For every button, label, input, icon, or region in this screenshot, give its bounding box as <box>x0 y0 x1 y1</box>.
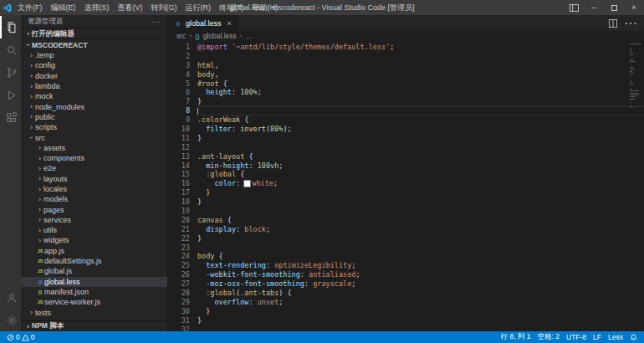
tree-item-mock[interactable]: ›mock <box>21 91 167 101</box>
tree-item-lambda[interactable]: ›lambda <box>21 81 167 91</box>
menu-item-4[interactable]: 转到(G) <box>147 3 181 13</box>
account-icon[interactable] <box>0 286 21 309</box>
breadcrumb-file[interactable]: global.less <box>203 32 237 40</box>
code-line-9[interactable]: .colorWeak { <box>197 115 644 125</box>
code-line-6[interactable]: height: 100%; <box>197 88 644 97</box>
language-mode[interactable]: Less <box>605 333 626 341</box>
menu-item-0[interactable]: 文件(F) <box>13 3 47 13</box>
explorer-icon[interactable] <box>0 16 21 38</box>
menu-item-5[interactable]: 运行(R) <box>181 3 216 13</box>
tree-item-models[interactable]: ›models <box>21 194 167 204</box>
maximize-button[interactable] <box>604 0 624 15</box>
code-line-8[interactable] <box>197 106 644 115</box>
code-line-1[interactable]: @import '~antd/lib/style/themes/default.… <box>197 43 644 52</box>
code-line-5[interactable]: #root { <box>197 79 644 89</box>
code-line-28[interactable]: :global(.ant-tabs) { <box>197 289 644 298</box>
project-root-section[interactable]: › MSCODEREACT <box>21 39 167 50</box>
code-line-18[interactable]: } <box>197 197 644 207</box>
code-line-24[interactable]: body { <box>197 252 644 261</box>
minimap[interactable] <box>630 44 641 108</box>
tree-item-locales[interactable]: ›locales <box>21 184 167 194</box>
close-button[interactable]: × <box>624 0 644 15</box>
code-line-27[interactable]: -moz-osx-font-smoothing: grayscale; <box>197 279 644 289</box>
code-line-21[interactable]: display: block; <box>197 225 644 234</box>
tree-item-widgets[interactable]: ›widgets <box>21 235 167 245</box>
tree-item-app.js[interactable]: JSapp.js <box>21 246 167 256</box>
indentation[interactable]: 空格: 2 <box>534 332 563 342</box>
code-line-2[interactable] <box>197 52 644 61</box>
code-lines[interactable]: @import '~antd/lib/style/themes/default.… <box>190 43 644 331</box>
code-line-14[interactable]: min-height: 100vh; <box>197 161 644 171</box>
code-line-11[interactable]: } <box>197 134 644 143</box>
tree-item-node_modules[interactable]: ›node_modules <box>21 101 167 111</box>
tree-item-label: app.js <box>44 247 64 255</box>
npm-scripts-section[interactable]: › NPM 脚本 <box>21 321 167 331</box>
menu-item-2[interactable]: 选择(S) <box>80 3 114 13</box>
code-line-19[interactable] <box>197 207 644 216</box>
search-icon[interactable] <box>0 38 21 61</box>
tree-item-tests[interactable]: ›tests <box>21 307 167 317</box>
tree-item-.temp[interactable]: ›.temp <box>21 50 167 60</box>
tree-item-src[interactable]: ›src <box>21 132 167 142</box>
tree-item-services[interactable]: ›services <box>21 215 167 225</box>
code-line-32[interactable] <box>197 325 644 331</box>
explorer-actions-icon[interactable]: ··· <box>151 18 161 26</box>
code-line-17[interactable]: } <box>197 188 644 197</box>
extensions-icon[interactable] <box>0 106 21 129</box>
run-debug-icon[interactable] <box>0 84 21 106</box>
tree-item-docker[interactable]: ›docker <box>21 71 167 81</box>
layout-toggle-icon[interactable] <box>564 0 584 15</box>
code-line-23[interactable] <box>197 243 644 253</box>
tree-item-e2e[interactable]: ›e2e <box>21 163 167 173</box>
code-line-22[interactable]: } <box>197 234 644 243</box>
code-line-30[interactable]: } <box>197 307 644 316</box>
code-line-26[interactable]: -webkit-font-smoothing: antialiased; <box>197 270 644 279</box>
tree-item-layouts[interactable]: ›layouts <box>21 174 167 184</box>
cursor-position[interactable]: 行 8, 列 1 <box>498 332 534 342</box>
tree-item-utils[interactable]: ›utils <box>21 225 167 235</box>
menu-item-1[interactable]: 编辑(E) <box>47 3 80 13</box>
tree-item-global.less[interactable]: {}global.less <box>21 277 167 287</box>
breadcrumb-more[interactable]: … <box>246 32 253 40</box>
source-control-icon[interactable] <box>0 61 21 84</box>
gutter: 1234567891011121314151617181920212223242… <box>168 43 190 331</box>
tree-item-label: scripts <box>35 123 57 131</box>
more-actions-icon[interactable]: ··· <box>624 16 637 31</box>
settings-gear-icon[interactable] <box>0 309 21 331</box>
tree-item-service-worker.js[interactable]: JSservice-worker.js <box>21 297 167 307</box>
encoding[interactable]: UTF-8 <box>563 333 590 341</box>
tab-global-less[interactable]: {} global.less × <box>168 15 238 31</box>
open-editors-section[interactable]: › 打开的编辑器 <box>21 28 167 39</box>
code-line-31[interactable]: } <box>197 316 644 325</box>
code-editor[interactable]: 1234567891011121314151617181920212223242… <box>168 41 644 331</box>
code-line-16[interactable]: color: white; <box>197 179 644 188</box>
code-line-7[interactable]: } <box>197 97 644 106</box>
tree-item-components[interactable]: ›components <box>21 153 167 163</box>
tab-close-icon[interactable]: × <box>227 19 232 28</box>
eol-sequence[interactable]: LF <box>590 333 605 341</box>
tree-item-scripts[interactable]: ›scripts <box>21 122 167 132</box>
tree-item-pages[interactable]: ›pages <box>21 204 167 214</box>
code-line-15[interactable]: :global { <box>197 170 644 179</box>
code-line-12[interactable] <box>197 143 644 152</box>
code-line-4[interactable]: body, <box>197 70 644 79</box>
notifications-bell-icon[interactable] <box>626 334 641 341</box>
code-line-3[interactable]: html, <box>197 61 644 70</box>
menu-item-3[interactable]: 查看(V) <box>114 3 147 13</box>
tree-item-assets[interactable]: ›assets <box>21 143 167 153</box>
tree-item-config[interactable]: ›config <box>21 60 167 70</box>
split-editor-icon[interactable] <box>609 19 617 28</box>
breadcrumb[interactable]: src › {} global.less › … <box>168 31 644 41</box>
code-line-20[interactable]: canvas { <box>197 216 644 225</box>
tree-item-manifest.json[interactable]: {}manifest.json <box>21 287 167 297</box>
tree-item-global.js[interactable]: JSglobal.js <box>21 266 167 276</box>
breadcrumb-folder[interactable]: src <box>176 32 186 40</box>
code-line-10[interactable]: filter: invert(80%); <box>197 125 644 134</box>
tree-item-public[interactable]: ›public <box>21 112 167 122</box>
code-line-25[interactable]: text-rendering: optimizeLegibility; <box>197 261 644 270</box>
code-line-29[interactable]: overflow: unset; <box>197 298 644 307</box>
code-line-13[interactable]: .ant-layout { <box>197 152 644 161</box>
problems-indicator[interactable]: 0 0 <box>3 333 38 341</box>
minimize-button[interactable]: – <box>584 0 604 15</box>
tree-item-defaultSettings.js[interactable]: JSdefaultSettings.js <box>21 256 167 266</box>
